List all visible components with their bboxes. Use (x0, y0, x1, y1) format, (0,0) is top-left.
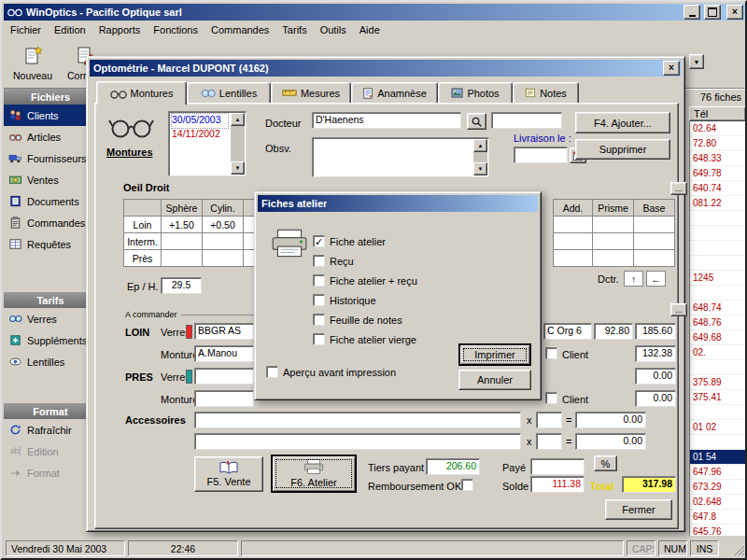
apercu-checkbox[interactable] (266, 366, 278, 378)
table-row[interactable]: 1245 (690, 271, 747, 286)
accessoire-total-field[interactable]: 0.00 (575, 412, 646, 428)
cell[interactable] (634, 233, 674, 249)
sidebar-item-supplements[interactable]: Suppléments (4, 329, 97, 351)
menu-fonctions[interactable]: Fonctions (147, 22, 204, 37)
menu-fichier[interactable]: Fichier (4, 22, 48, 37)
table-row[interactable]: 640.74 (690, 181, 747, 196)
historique-checkbox[interactable] (313, 294, 325, 306)
sidebar-item-ventes[interactable]: Ventes (4, 169, 97, 190)
toolbar-dropdown-button[interactable]: ▼ (689, 54, 704, 69)
sidebar-item-edition[interactable]: ab Edition (4, 441, 97, 462)
lens-color-swatch[interactable] (186, 370, 192, 384)
cell[interactable] (593, 233, 633, 249)
cell[interactable] (554, 250, 592, 266)
menu-edition[interactable]: Edition (48, 22, 92, 37)
tab-photos[interactable]: Photos (438, 82, 513, 103)
table-row[interactable]: 648.33 (690, 151, 747, 166)
menu-tarifs[interactable]: Tarifs (275, 22, 313, 37)
table-row[interactable]: 648.74 (690, 301, 747, 315)
table-row[interactable] (690, 360, 747, 375)
monture-field[interactable]: A.Manou (194, 345, 254, 362)
ep-h-field[interactable]: 29.5 (161, 277, 202, 294)
pres-monture-field[interactable] (194, 390, 254, 407)
table-row[interactable]: 72.80 (690, 136, 747, 151)
cell[interactable] (593, 250, 633, 266)
table-row[interactable] (690, 435, 747, 450)
pres-verres-total-field[interactable]: 0.00 (635, 368, 676, 385)
annuler-button[interactable]: Annuler (458, 370, 531, 390)
cell[interactable] (634, 217, 674, 232)
table-row[interactable]: 01 02 (690, 420, 747, 435)
table-row[interactable]: 02.64 (690, 121, 747, 136)
cell[interactable] (203, 250, 243, 266)
main-titlebar[interactable]: WinOptics - Pacific Optique sarl × (4, 4, 745, 21)
close-button[interactable]: × (726, 5, 743, 20)
accessoire-field[interactable] (194, 433, 521, 450)
accessoire-field[interactable] (194, 412, 521, 428)
menu-outils[interactable]: Outils (314, 22, 353, 37)
table-row[interactable] (690, 286, 747, 301)
table-row[interactable] (690, 211, 747, 226)
tab-notes[interactable]: Notes (513, 82, 579, 103)
cell-loin-cylin[interactable]: +0.50 (203, 217, 243, 232)
scroll-down-button[interactable]: ▼ (473, 162, 487, 175)
date-item[interactable]: 30/05/2003 (172, 114, 228, 128)
table-row[interactable] (690, 405, 747, 420)
cell[interactable] (203, 233, 243, 249)
tab-lentilles[interactable]: Lentilles (187, 82, 271, 103)
accessoire-total-field[interactable]: 0.00 (575, 433, 646, 450)
table-row[interactable]: 645.76 (690, 525, 747, 536)
sidebar-item-requetes[interactable]: Requêtes (4, 233, 97, 255)
table-row[interactable]: 647.96 (690, 465, 747, 480)
pres-verres-field[interactable] (194, 368, 254, 385)
sidebar-item-lentilles[interactable]: Lentilles (4, 351, 97, 372)
table-row[interactable] (690, 226, 747, 241)
table-row[interactable]: 081.22 (690, 196, 747, 211)
paye-field[interactable] (530, 458, 585, 475)
loin-verres-price-field[interactable]: 92.80 (594, 323, 633, 340)
imprimer-button[interactable]: Imprimer (458, 343, 531, 366)
docteur-field[interactable]: D'Haenens (312, 112, 461, 129)
fiche-atelier-checkbox[interactable]: ✓ (313, 235, 325, 247)
sidebar-item-commandes[interactable]: Commandes (4, 212, 97, 233)
client-checkbox[interactable] (545, 347, 557, 359)
table-row-selected[interactable]: 01 54 (690, 450, 747, 465)
cell[interactable] (162, 233, 202, 249)
pres-monture-total-field[interactable]: 0.00 (635, 390, 676, 407)
cell[interactable] (554, 217, 592, 232)
table-row[interactable]: 649.78 (690, 166, 747, 181)
tab-montures[interactable]: Montures (96, 81, 187, 105)
supprimer-button[interactable]: Supprimer (575, 139, 670, 160)
sidebar-item-verres[interactable]: Verres (4, 308, 97, 329)
sidebar-item-articles[interactable]: Articles (4, 126, 97, 147)
loin-verres-field[interactable]: BBGR AS (194, 323, 254, 340)
monture-total-field[interactable]: 132.38 (635, 345, 676, 362)
date-item[interactable]: 14/11/2002 (172, 128, 228, 142)
obsv-scrollbar[interactable]: ▲ ▼ (473, 139, 487, 175)
table-row[interactable]: 02. (690, 345, 747, 360)
scroll-up-button[interactable]: ▲ (231, 113, 245, 126)
tel-column-header[interactable]: Tél (689, 106, 746, 121)
dates-listbox[interactable]: 30/05/2003 14/11/2002 ▲ ▼ (168, 111, 247, 176)
cell[interactable] (593, 217, 633, 232)
remboursement-checkbox[interactable] (461, 479, 473, 491)
table-row[interactable] (690, 256, 747, 271)
close-button[interactable]: × (663, 61, 680, 76)
ellipsis-button[interactable]: ... (670, 303, 687, 316)
nouveau-button[interactable]: Nouveau (7, 41, 58, 84)
sidebar-item-documents[interactable]: Documents (4, 190, 97, 212)
solde-field[interactable]: 111.38 (530, 476, 585, 493)
tab-anamnese[interactable]: Anamnèse (351, 82, 438, 103)
f4-ajouter-button[interactable]: F4. Ajouter... (575, 112, 670, 133)
maximize-button[interactable] (704, 5, 721, 20)
table-row[interactable]: 02.648 (690, 495, 747, 510)
ellipsis-button[interactable]: ... (670, 182, 687, 195)
accessoire-qty-field[interactable] (536, 433, 562, 450)
minimize-button[interactable] (684, 5, 700, 20)
f5-vente-button[interactable]: F5. Vente (194, 456, 263, 492)
sidebar-item-rafraichir[interactable]: Rafraîchir (4, 419, 97, 441)
dialog-titlebar[interactable]: Fiches atelier (258, 195, 538, 212)
feuille-notes-checkbox[interactable] (313, 314, 325, 326)
cell[interactable] (162, 250, 202, 266)
table-row[interactable]: 648.76 (690, 315, 747, 330)
